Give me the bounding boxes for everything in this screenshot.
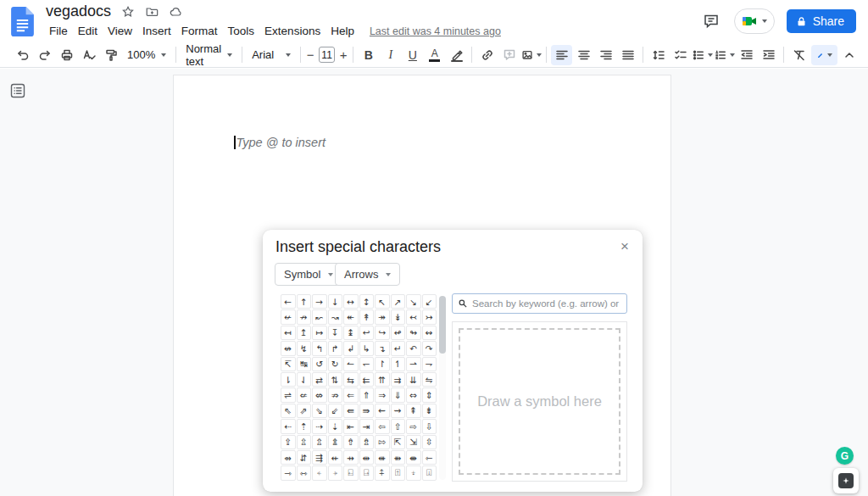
menu-tools[interactable]: Tools [223, 23, 260, 39]
char-cell[interactable]: ⇍ [297, 387, 312, 402]
bulleted-list-button[interactable] [692, 45, 713, 65]
char-cell[interactable]: ⇇ [359, 372, 375, 387]
char-cell[interactable]: ⇷ [328, 450, 343, 465]
char-cell[interactable]: ↛ [297, 309, 312, 324]
char-cell[interactable]: ↑ [297, 294, 312, 309]
char-cell[interactable]: ↚ [281, 309, 296, 324]
char-cell[interactable]: ↳ [359, 341, 375, 355]
increase-indent-button[interactable] [758, 45, 779, 65]
char-cell[interactable]: ↠ [375, 309, 390, 324]
char-cell[interactable]: ↹ [297, 357, 312, 371]
cloud-status-icon[interactable] [169, 5, 182, 19]
menu-extensions[interactable]: Extensions [259, 23, 326, 39]
char-cell[interactable]: ↩ [359, 326, 375, 340]
char-cell[interactable]: ⇆ [343, 372, 359, 387]
char-cell[interactable]: ⇅ [328, 372, 343, 387]
close-dialog-button[interactable]: × [618, 237, 632, 256]
char-cell[interactable]: ⇛ [359, 404, 375, 418]
char-cell[interactable]: ⇢ [312, 419, 327, 433]
char-cell[interactable]: ⇲ [406, 435, 421, 449]
increase-font-size-button[interactable]: + [338, 47, 348, 62]
char-cell[interactable]: ↭ [422, 326, 437, 340]
text-color-button[interactable]: A [424, 45, 445, 65]
align-right-button[interactable] [595, 45, 616, 65]
char-cell[interactable]: ⇜ [375, 404, 390, 418]
char-cell[interactable]: ⇗ [297, 404, 312, 418]
char-cell[interactable]: ⇸ [343, 450, 359, 465]
char-cell[interactable]: ⇫ [297, 435, 312, 449]
char-cell[interactable]: ↦ [312, 326, 327, 340]
insert-link-button[interactable] [476, 45, 498, 65]
font-size-input[interactable]: 11 [319, 47, 335, 63]
char-cell[interactable]: ⇯ [359, 435, 375, 449]
insert-image-button[interactable] [520, 45, 542, 65]
char-cell[interactable]: ⇻ [391, 450, 406, 465]
scrollbar-thumb[interactable] [439, 296, 446, 354]
paint-format-button[interactable] [100, 45, 121, 65]
align-center-button[interactable] [573, 45, 594, 65]
char-cell[interactable]: ↖ [375, 294, 390, 309]
char-grid-scrollbar[interactable] [439, 296, 446, 480]
italic-button[interactable]: I [380, 45, 401, 65]
char-cell[interactable]: ⍆ [328, 465, 343, 480]
align-left-button[interactable] [551, 45, 572, 65]
char-cell[interactable]: ⇚ [343, 404, 359, 418]
redo-button[interactable] [34, 45, 55, 65]
char-cell[interactable]: ↼ [343, 357, 359, 371]
char-cell[interactable]: ⇪ [281, 435, 296, 449]
char-cell[interactable]: ⇨ [406, 419, 421, 433]
char-cell[interactable]: ⇙ [328, 404, 343, 418]
char-cell[interactable]: ↱ [328, 341, 343, 355]
char-cell[interactable]: ↝ [328, 309, 343, 324]
char-cell[interactable]: ⇊ [406, 372, 421, 387]
char-cell[interactable]: ⇣ [328, 419, 343, 433]
char-cell[interactable]: ↗ [391, 294, 406, 309]
undo-button[interactable] [12, 45, 33, 65]
last-edit-link[interactable]: Last edit was 4 minutes ago [370, 25, 501, 37]
subcategory-dropdown[interactable]: Arrows [335, 263, 400, 286]
char-cell[interactable]: → [312, 294, 327, 309]
clear-formatting-button[interactable] [788, 45, 810, 65]
char-cell[interactable]: ⇁ [422, 357, 437, 371]
char-cell[interactable]: ⇧ [391, 419, 406, 433]
draw-symbol-area[interactable]: Draw a symbol here [459, 328, 620, 475]
char-cell[interactable]: ⇱ [391, 435, 406, 449]
char-cell[interactable]: ⇥ [359, 419, 375, 433]
underline-button[interactable]: U [402, 45, 423, 65]
char-cell[interactable]: ⇃ [297, 372, 312, 387]
checklist-button[interactable] [670, 45, 691, 65]
char-cell[interactable]: ⇭ [328, 435, 343, 449]
char-cell[interactable]: ↯ [297, 341, 312, 355]
category-dropdown[interactable]: Symbol [275, 263, 342, 286]
char-cell[interactable]: ⇌ [281, 387, 296, 402]
char-cell[interactable]: ⇑ [359, 387, 375, 402]
hide-menus-button[interactable] [838, 45, 860, 65]
char-cell[interactable]: ↙ [422, 294, 437, 309]
char-cell[interactable]: ↽ [359, 357, 375, 371]
move-to-folder-icon[interactable] [145, 5, 159, 19]
grammarly-badge[interactable]: G [836, 447, 854, 465]
char-cell[interactable]: ⇀ [406, 357, 421, 371]
char-cell[interactable]: ↾ [375, 357, 390, 371]
char-cell[interactable]: ⇄ [312, 372, 327, 387]
char-cell[interactable]: ⇝ [391, 404, 406, 418]
char-cell[interactable]: ⇏ [328, 387, 343, 402]
char-cell[interactable]: ↘ [406, 294, 421, 309]
char-cell[interactable]: ↺ [312, 357, 327, 371]
char-cell[interactable]: ⇴ [281, 450, 296, 465]
font-family-select[interactable]: Arial [247, 45, 296, 65]
paragraph-style-select[interactable]: Normal text [181, 45, 237, 65]
extension-badge[interactable] [833, 468, 859, 493]
char-cell[interactable]: ⇵ [297, 450, 312, 465]
zoom-select[interactable]: 100% [122, 45, 171, 65]
char-cell[interactable]: ↷ [422, 341, 437, 355]
char-cell[interactable]: ⇈ [375, 372, 390, 387]
char-cell[interactable]: ⇿ [297, 465, 312, 480]
menu-view[interactable]: View [103, 23, 137, 39]
char-cell[interactable]: ⇉ [391, 372, 406, 387]
char-cell[interactable]: ⇩ [422, 419, 437, 433]
highlight-color-button[interactable] [446, 45, 467, 65]
bold-button[interactable]: B [358, 45, 379, 65]
char-cell[interactable]: ↟ [359, 309, 375, 324]
char-cell[interactable]: ↤ [281, 326, 296, 340]
